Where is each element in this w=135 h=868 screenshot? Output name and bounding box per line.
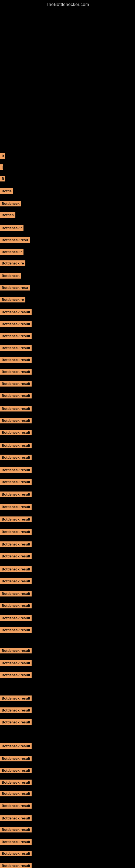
bottleneck-label: Bottlen (0, 212, 15, 218)
bottleneck-item: Bottleneck result (0, 803, 32, 809)
bottleneck-item: Bottleneck result (0, 553, 32, 559)
bottleneck-label: Bottleneck result (0, 309, 32, 315)
bottleneck-item: Bottleneck result (0, 756, 32, 762)
bottleneck-item: Bottleneck re (0, 260, 26, 266)
bottleneck-item: Bottleneck result (0, 381, 32, 386)
bottleneck-label: Bottleneck result (0, 603, 32, 609)
bottleneck-item: Bottleneck result (0, 707, 32, 713)
bottleneck-label: Bottleneck r (0, 225, 24, 231)
bottleneck-label: Bottleneck result (0, 381, 32, 386)
bottleneck-label: Bottleneck result (0, 707, 32, 713)
bottleneck-label: Bottleneck result (0, 418, 32, 424)
bottleneck-label: Bottleneck result (0, 850, 32, 856)
bottleneck-item: Bottle (0, 188, 13, 194)
bottleneck-label: Bottleneck result (0, 768, 32, 773)
bottleneck-label: Bottleneck result (0, 578, 32, 584)
bottleneck-label: Bottleneck r (0, 249, 24, 255)
bottleneck-label: Bottleneck result (0, 357, 32, 363)
bottleneck-label: Bottleneck result (0, 529, 32, 535)
bottleneck-item: Bottleneck resu (0, 237, 30, 243)
bottleneck-item: Bottleneck result (0, 357, 32, 363)
bottleneck-label: Bottleneck result (0, 369, 32, 375)
bottleneck-item: B (0, 153, 5, 159)
bottleneck-label: Bottleneck result (0, 660, 32, 666)
bottleneck-item: Bottleneck result (0, 443, 32, 448)
bottleneck-item: Bottleneck result (0, 321, 32, 327)
bottleneck-label: Bottleneck result (0, 791, 32, 796)
bottleneck-item: Bottleneck result (0, 517, 32, 522)
bottleneck-label: Bottleneck result (0, 455, 32, 460)
bottleneck-item: Bottleneck result (0, 827, 32, 833)
bottleneck-label: Bottleneck re (0, 260, 26, 266)
bottleneck-item: Bottleneck result (0, 309, 32, 315)
bottleneck-label: Bottleneck result (0, 333, 32, 339)
bottleneck-item: Bottleneck result (0, 345, 32, 351)
bottleneck-label: Bottleneck (0, 201, 21, 207)
bottleneck-item: Bottleneck result (0, 566, 32, 572)
bottleneck-item: Bottleneck r (0, 249, 24, 255)
bottleneck-item: Bottleneck result (0, 591, 32, 596)
bottleneck-item: Bottleneck result (0, 719, 32, 725)
bottleneck-label: Bottleneck result (0, 406, 32, 411)
bottleneck-item: Bottleneck result (0, 815, 32, 821)
bottleneck-item: Bottleneck resu (0, 285, 30, 290)
bottleneck-item: Bottleneck result (0, 660, 32, 666)
bottleneck-label: Bottleneck result (0, 815, 32, 821)
bottleneck-item: Bottleneck result (0, 695, 32, 701)
bottleneck-item: Bottleneck re (0, 297, 26, 303)
bottleneck-label: Bottleneck result (0, 780, 32, 785)
bottleneck-label: Bottleneck result (0, 479, 32, 485)
bottleneck-item: Bottleneck result (0, 648, 32, 653)
bottleneck-item: Bottleneck (0, 201, 21, 207)
bottleneck-label: Bottleneck result (0, 695, 32, 701)
bottleneck-item: Bottlen (0, 212, 15, 218)
bottleneck-item: Bottleneck result (0, 430, 32, 435)
bottleneck-item: Bottleneck r (0, 225, 24, 231)
bottleneck-label: Bottleneck (0, 273, 21, 279)
bottleneck-item: Bottleneck result (0, 780, 32, 785)
bottleneck-label: Bottleneck result (0, 743, 32, 749)
bottleneck-label: Bottleneck result (0, 566, 32, 572)
bottleneck-label: Bottleneck result (0, 827, 32, 833)
bottleneck-item: Bottleneck result (0, 492, 32, 497)
bottleneck-item: Bottleneck result (0, 627, 32, 633)
bottleneck-item: Bottleneck result (0, 863, 32, 868)
bottleneck-label: | (0, 164, 3, 170)
bottleneck-label: Bottleneck result (0, 430, 32, 435)
bottleneck-item: Bottleneck result (0, 541, 32, 547)
site-title: TheBottlenecker.com (0, 0, 135, 9)
bottleneck-label: Bottleneck result (0, 591, 32, 596)
bottleneck-label: Bottleneck result (0, 863, 32, 868)
bottleneck-label: Bottleneck result (0, 756, 32, 762)
bottleneck-label: Bottleneck resu (0, 285, 30, 290)
bottleneck-item: B (0, 176, 5, 182)
bottleneck-item: Bottleneck result (0, 839, 32, 845)
bottleneck-label: Bottleneck result (0, 648, 32, 653)
bottleneck-label: Bottle (0, 188, 13, 194)
bottleneck-label: Bottleneck result (0, 615, 32, 621)
bottleneck-item: Bottleneck result (0, 578, 32, 584)
bottleneck-item: Bottleneck result (0, 768, 32, 773)
bottleneck-item: Bottleneck result (0, 603, 32, 609)
bottleneck-label: Bottleneck result (0, 467, 32, 473)
bottleneck-label: Bottleneck result (0, 627, 32, 633)
bottleneck-label: B (0, 176, 5, 182)
bottleneck-item: Bottleneck (0, 273, 21, 279)
bottleneck-label: Bottleneck result (0, 719, 32, 725)
bottleneck-item: Bottleneck result (0, 672, 32, 678)
bottleneck-label: Bottleneck result (0, 517, 32, 522)
bottleneck-item: Bottleneck result (0, 333, 32, 339)
bottleneck-label: Bottleneck result (0, 393, 32, 399)
bottleneck-label: Bottleneck re (0, 297, 26, 303)
bottleneck-item: Bottleneck result (0, 455, 32, 460)
bottleneck-label: Bottleneck result (0, 672, 32, 678)
bottleneck-item: Bottleneck result (0, 529, 32, 535)
bottleneck-item: Bottleneck result (0, 850, 32, 856)
bottleneck-label: Bottleneck result (0, 803, 32, 809)
bottleneck-label: Bottleneck result (0, 541, 32, 547)
bottleneck-item: Bottleneck result (0, 467, 32, 473)
bottleneck-item: Bottleneck result (0, 504, 32, 510)
bottleneck-item: Bottleneck result (0, 406, 32, 411)
bottleneck-item: Bottleneck result (0, 393, 32, 399)
bottleneck-label: Bottleneck result (0, 345, 32, 351)
